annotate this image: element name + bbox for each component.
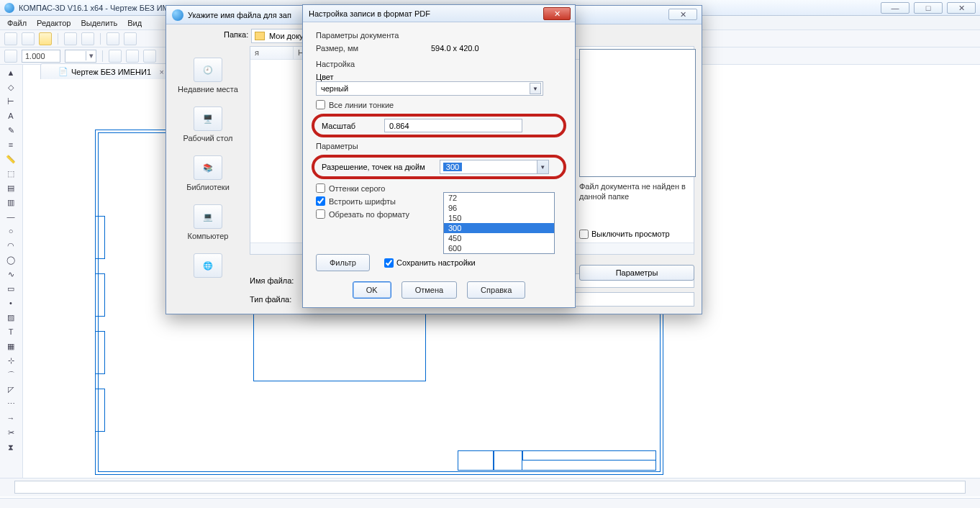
resolution-option[interactable]: 72 bbox=[444, 193, 554, 203]
place-network[interactable]: 🌐 bbox=[194, 253, 222, 278]
tool-hatching-icon[interactable]: ▨ bbox=[1, 311, 20, 324]
tool-point-icon[interactable]: • bbox=[1, 296, 20, 309]
tool-circle-icon[interactable]: ○ bbox=[1, 224, 20, 237]
tool-arc-icon[interactable]: ◠ bbox=[1, 239, 20, 252]
document-tab[interactable]: 📄 Чертеж БЕЗ ИМЕНИ1 × bbox=[40, 63, 169, 79]
status-input[interactable] bbox=[14, 481, 966, 494]
resolution-combo[interactable]: 300 ▼ bbox=[440, 160, 549, 174]
tool-arrow-icon[interactable]: ▲ bbox=[1, 66, 20, 79]
desktop-icon: 🖥️ bbox=[194, 106, 222, 131]
tool-axis-icon[interactable]: ⊹ bbox=[1, 354, 20, 367]
menu-select[interactable]: Выделить bbox=[81, 19, 117, 27]
ok-button[interactable]: OK bbox=[353, 281, 391, 299]
tool-spline-icon[interactable]: ∿ bbox=[1, 268, 20, 281]
tool-extend-icon[interactable]: → bbox=[1, 412, 20, 425]
tool-trim-icon[interactable]: ✂ bbox=[1, 426, 20, 439]
menu-view[interactable]: Вид bbox=[127, 19, 142, 27]
tool-spec-icon[interactable]: ▤ bbox=[1, 181, 20, 194]
tab-close-button[interactable]: × bbox=[160, 68, 164, 76]
section-params: Параметры bbox=[316, 142, 562, 150]
cursor-icon[interactable] bbox=[4, 50, 17, 63]
place-libraries[interactable]: 📚 Библиотеки bbox=[186, 155, 230, 191]
preview-icon[interactable] bbox=[81, 32, 94, 45]
zoom-input[interactable] bbox=[22, 50, 60, 63]
cancel-button[interactable]: Отмена bbox=[401, 281, 457, 299]
tool-line-icon[interactable]: — bbox=[1, 210, 20, 223]
tool-break-icon[interactable]: ⋯ bbox=[1, 397, 20, 410]
tool-rect-icon[interactable]: ▭ bbox=[1, 282, 20, 295]
close-button[interactable]: ✕ bbox=[947, 2, 976, 14]
file-col-name[interactable]: я bbox=[250, 47, 294, 59]
chevron-down-icon: ▼ bbox=[537, 160, 548, 173]
print-icon[interactable] bbox=[64, 32, 77, 45]
grayscale-label: Оттенки серого bbox=[329, 184, 385, 193]
resolution-option[interactable]: 96 bbox=[444, 203, 554, 213]
place-libraries-label: Библиотеки bbox=[186, 183, 230, 191]
pdf-dialog-titlebar: Настройка записи в формат PDF ✕ bbox=[303, 5, 575, 22]
tool-dim-icon[interactable]: ⊢ bbox=[1, 95, 20, 108]
help-button[interactable]: Справка bbox=[467, 281, 525, 299]
color-label: Цвет bbox=[316, 73, 562, 81]
tool-report-icon[interactable]: ▥ bbox=[1, 196, 20, 209]
zoom-dropdown[interactable]: ▾ bbox=[65, 50, 96, 63]
preview-toggle-checkbox[interactable] bbox=[579, 230, 589, 239]
tool-chamfer-icon[interactable]: ◸ bbox=[1, 383, 20, 396]
tool-measure-icon[interactable]: 📏 bbox=[1, 153, 20, 165]
zoom-out-icon[interactable] bbox=[126, 50, 139, 63]
scale-highlight: Масштаб bbox=[312, 114, 566, 137]
preview-params-button[interactable]: Параметры bbox=[579, 265, 694, 281]
tool-table-icon[interactable]: ▦ bbox=[1, 340, 20, 353]
zoom-in-icon[interactable] bbox=[109, 50, 122, 63]
tool-symbol-icon[interactable]: A bbox=[1, 109, 20, 122]
minimize-button[interactable]: — bbox=[881, 2, 909, 14]
tool-param-icon[interactable]: ≡ bbox=[1, 138, 20, 151]
place-desktop[interactable]: 🖥️ Рабочий стол bbox=[183, 106, 232, 142]
crop-format-checkbox[interactable] bbox=[316, 209, 325, 219]
menu-editor[interactable]: Редактор bbox=[37, 19, 71, 27]
maximize-button[interactable]: □ bbox=[914, 2, 943, 14]
save-dialog-close-button[interactable]: ✕ bbox=[668, 9, 697, 20]
filter-button[interactable]: Фильтр bbox=[316, 254, 370, 271]
save-icon[interactable] bbox=[39, 32, 52, 45]
new-icon[interactable] bbox=[4, 32, 17, 45]
save-settings-label: Сохранить настройки bbox=[396, 258, 476, 267]
tool-ellipse-icon[interactable]: ◯ bbox=[1, 253, 20, 266]
cut-icon[interactable] bbox=[106, 32, 119, 45]
embed-fonts-checkbox[interactable] bbox=[316, 196, 325, 206]
resolution-dropdown[interactable]: 72 96 150 300 450 600 bbox=[443, 192, 555, 254]
tool-fillet-icon[interactable]: ⌒ bbox=[1, 368, 20, 381]
status-bar bbox=[0, 498, 980, 508]
grayscale-checkbox[interactable] bbox=[316, 183, 325, 193]
save-settings-checkbox[interactable] bbox=[384, 258, 394, 268]
section-doc-params: Параметры документа bbox=[316, 31, 562, 40]
separator bbox=[58, 33, 58, 45]
libraries-icon: 📚 bbox=[194, 155, 222, 180]
tool-text-icon[interactable]: T bbox=[1, 325, 20, 338]
app-icon bbox=[4, 3, 14, 13]
doc-icon: 📄 bbox=[58, 67, 68, 76]
copy-icon[interactable] bbox=[124, 32, 137, 45]
fit-icon[interactable] bbox=[143, 50, 156, 63]
tool-select-icon[interactable]: ⬚ bbox=[1, 167, 20, 180]
resolution-highlight: Разрешение, точек на дюйм 300 ▼ bbox=[312, 155, 566, 179]
resolution-option-selected[interactable]: 300 bbox=[444, 223, 554, 233]
resolution-option[interactable]: 600 bbox=[444, 243, 554, 253]
color-combo[interactable]: черный ▼ bbox=[316, 81, 543, 96]
menu-file[interactable]: Файл bbox=[7, 19, 27, 27]
place-recent[interactable]: 🕘 Недавние места bbox=[178, 58, 238, 94]
tool-geometry-icon[interactable]: ◇ bbox=[1, 81, 20, 94]
thin-lines-checkbox[interactable] bbox=[316, 100, 325, 109]
tool-mirror-icon[interactable]: ⧗ bbox=[1, 440, 20, 453]
property-bar bbox=[0, 478, 980, 496]
pdf-dialog-close-button[interactable]: ✕ bbox=[543, 7, 571, 20]
pdf-settings-dialog: Настройка записи в формат PDF ✕ Параметр… bbox=[302, 4, 576, 308]
tool-edit-icon[interactable]: ✎ bbox=[1, 124, 20, 137]
size-label: Размер, мм bbox=[316, 44, 431, 53]
resolution-option[interactable]: 150 bbox=[444, 213, 554, 223]
preview-toggle[interactable]: Выключить просмотр bbox=[579, 230, 696, 239]
place-computer[interactable]: 💻 Компьютер bbox=[188, 204, 229, 240]
scale-input[interactable] bbox=[384, 119, 522, 132]
preview-status: Файл документа не найден в данной папке bbox=[579, 181, 696, 202]
resolution-option[interactable]: 450 bbox=[444, 233, 554, 243]
open-icon[interactable] bbox=[22, 32, 35, 45]
